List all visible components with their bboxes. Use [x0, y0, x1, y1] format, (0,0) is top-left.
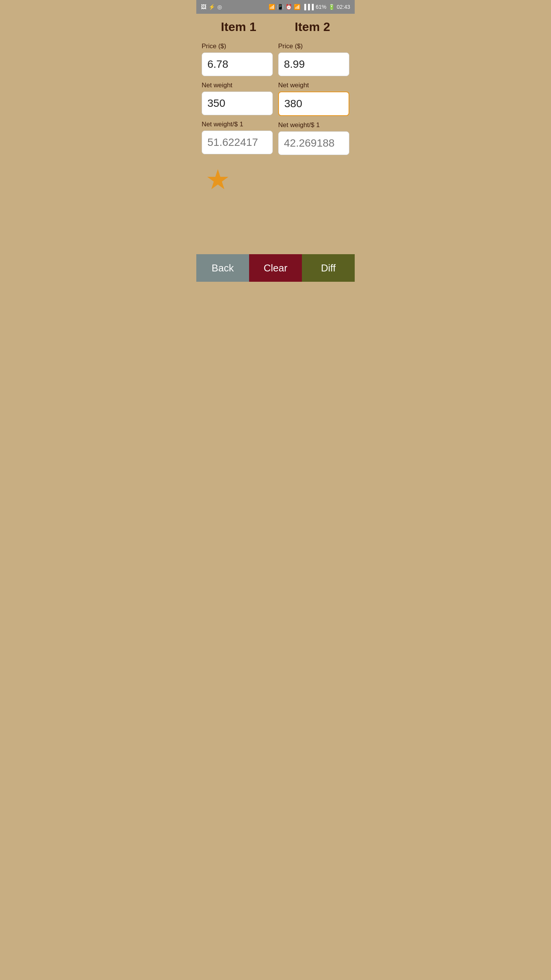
item2-netweightperdollar-input — [278, 131, 349, 155]
item2-netweight-input[interactable] — [278, 91, 349, 116]
signal-icon: 📶 — [269, 4, 275, 10]
bottom-buttons: Back Clear Diff — [196, 254, 355, 282]
item2-column: Price ($) Net weight Net weight/$ 1 — [278, 39, 349, 155]
item1-netweightperdollar-input — [202, 131, 273, 154]
vibrate-icon: 📳 — [277, 4, 284, 10]
spacer — [196, 226, 355, 255]
main-content: Item 1 Item 2 Price ($) Net weight Net w… — [196, 14, 355, 226]
diff-button[interactable]: Diff — [302, 254, 355, 282]
wifi-icon: 📶 — [294, 4, 300, 10]
item2-netweight-label: Net weight — [278, 82, 349, 89]
item2-price-input[interactable] — [278, 52, 349, 76]
back-button[interactable]: Back — [196, 254, 249, 282]
status-left-icons: 🖼 ⚡ ◎ — [201, 4, 222, 10]
battery-percent: 61% — [316, 4, 326, 10]
item1-column: Price ($) Net weight Net weight/$ 1 — [202, 39, 273, 155]
form-grid: Price ($) Net weight Net weight/$ 1 Pric… — [202, 39, 349, 155]
star-icon: ★ — [205, 166, 230, 193]
item1-netweight-input[interactable] — [202, 91, 273, 115]
item2-price-label: Price ($) — [278, 42, 349, 50]
item1-netweightperdollar-label: Net weight/$ 1 — [202, 121, 273, 128]
bars-icon: ▐▐▐ — [302, 4, 314, 10]
item1-price-input[interactable] — [202, 52, 273, 76]
battery-icon: 🔋 — [328, 4, 335, 10]
alarm-icon: ⏰ — [285, 4, 292, 10]
circle-icon: ◎ — [217, 4, 222, 10]
item1-price-label: Price ($) — [202, 42, 273, 50]
time-display: 02:43 — [337, 4, 350, 10]
item2-netweightperdollar-label: Net weight/$ 1 — [278, 121, 349, 129]
status-right-icons: 📶 📳 ⏰ 📶 ▐▐▐ 61% 🔋 02:43 — [269, 4, 350, 10]
item2-header: Item 2 — [276, 20, 349, 34]
clear-button[interactable]: Clear — [249, 254, 302, 282]
column-headers: Item 1 Item 2 — [202, 20, 349, 34]
item1-netweight-label: Net weight — [202, 82, 273, 89]
star-container: ★ — [202, 166, 349, 193]
usb-icon: ⚡ — [209, 4, 215, 10]
photo-icon: 🖼 — [201, 4, 206, 10]
item1-header: Item 1 — [202, 20, 276, 34]
status-bar: 🖼 ⚡ ◎ 📶 📳 ⏰ 📶 ▐▐▐ 61% 🔋 02:43 — [196, 0, 355, 14]
